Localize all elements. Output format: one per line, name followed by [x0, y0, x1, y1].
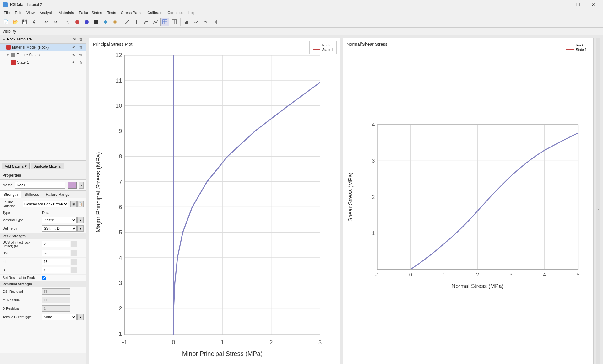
grid-button[interactable]: [160, 18, 169, 26]
failure-states-delete-icon[interactable]: 🗑: [78, 52, 84, 58]
tool-button-7[interactable]: [132, 18, 141, 26]
add-material-button[interactable]: Add Material ▾: [2, 163, 30, 169]
material-visibility-icon[interactable]: 👁: [71, 45, 77, 50]
menu-help[interactable]: Help: [185, 10, 198, 16]
svg-marker-3: [104, 20, 107, 24]
color-picker-button[interactable]: [68, 182, 77, 189]
material-type-btn[interactable]: ▾: [77, 217, 84, 223]
tab-failure-range[interactable]: Failure Range: [42, 191, 73, 198]
failure-criterion-row: Failure Criterion: Generalized Hoek Brow…: [0, 198, 86, 210]
failure-criterion-select[interactable]: Generalized Hoek Brown: [23, 201, 68, 207]
tree-item-failure-states[interactable]: ▼ Failure States 👁 🗑: [0, 51, 86, 59]
restore-button[interactable]: ❐: [571, 0, 585, 9]
d-input[interactable]: [42, 267, 70, 273]
principal-stress-chart: Principal Stress Plot Rock State 1: [89, 38, 340, 364]
chart1-button[interactable]: [182, 18, 191, 26]
menu-materials[interactable]: Materials: [56, 10, 77, 16]
state1-visibility-icon[interactable]: 👁: [71, 60, 77, 65]
svg-text:1: 1: [372, 230, 375, 236]
new-button[interactable]: 📄: [1, 18, 10, 26]
chart2-button[interactable]: [192, 18, 200, 26]
svg-text:2: 2: [119, 305, 122, 312]
tree-visibility-icon[interactable]: 👁: [72, 36, 77, 42]
export-button[interactable]: [210, 18, 219, 26]
mi-btn[interactable]: ⋯: [71, 259, 77, 265]
tensile-cutoff-btn[interactable]: ▾: [77, 314, 84, 320]
print-button[interactable]: 🖨: [30, 18, 38, 26]
tab-strength[interactable]: Strength: [0, 191, 21, 198]
tensile-cutoff-select[interactable]: None: [42, 314, 77, 320]
svg-rect-19: [186, 21, 187, 24]
menu-failure-states[interactable]: Failure States: [76, 10, 105, 16]
tool-button-4[interactable]: [101, 18, 110, 26]
prop-d-residual-label: D Residual: [0, 304, 40, 313]
tool-button-3[interactable]: [92, 18, 100, 26]
failure-criterion-grid-button[interactable]: ⊞: [70, 201, 77, 207]
properties-tabs-bar: Strength Stiffness Failure Range: [0, 191, 86, 198]
ucs-input[interactable]: [42, 241, 70, 247]
table-button[interactable]: [170, 18, 179, 26]
state1-delete-icon[interactable]: 🗑: [78, 60, 84, 65]
material-type-select[interactable]: Plastic: [42, 217, 77, 223]
prop-mi-data: ⋯: [40, 258, 86, 266]
tool-button-8[interactable]: [142, 18, 150, 26]
failure-states-label: Failure States: [16, 53, 70, 57]
svg-marker-4: [113, 20, 117, 24]
table-row: mi Residual: [0, 296, 86, 304]
gsi-btn[interactable]: ⋯: [71, 250, 77, 256]
prop-mi-label: mi: [0, 258, 40, 266]
material-delete-icon[interactable]: 🗑: [78, 45, 84, 50]
menu-tests[interactable]: Tests: [105, 10, 118, 16]
failure-states-visibility-icon[interactable]: 👁: [71, 52, 77, 58]
select-button[interactable]: ↖: [63, 18, 72, 26]
redo-button[interactable]: ↪: [51, 18, 60, 26]
menu-file[interactable]: File: [1, 10, 12, 16]
tab-stiffness[interactable]: Stiffness: [21, 191, 42, 198]
menu-view[interactable]: View: [24, 10, 37, 16]
ucs-btn[interactable]: ⋯: [71, 241, 77, 247]
define-by-select[interactable]: GSI, mi, D: [42, 225, 77, 232]
svg-text:3: 3: [318, 339, 322, 345]
failure-criterion-copy-button[interactable]: 📋: [77, 201, 84, 207]
tree-item-material-model[interactable]: Material Model (Rock) 👁 🗑: [0, 44, 86, 51]
tool-button-2[interactable]: [82, 18, 91, 26]
set-residual-checkbox[interactable]: [42, 276, 46, 280]
close-button[interactable]: ✕: [586, 0, 600, 9]
tree-actions: Add Material ▾ Duplicate Material: [0, 161, 86, 171]
undo-button[interactable]: ↩: [42, 18, 51, 26]
name-input[interactable]: [15, 182, 65, 189]
table-row: D ⋯: [0, 266, 86, 275]
open-button[interactable]: 📂: [11, 18, 19, 26]
tool-button-6[interactable]: [123, 18, 132, 26]
tool-button-1[interactable]: [73, 18, 82, 26]
svg-text:2: 2: [269, 339, 273, 345]
svg-text:Major Principal Stress (MPa): Major Principal Stress (MPa): [95, 152, 102, 232]
prop-d-residual-data: [40, 304, 86, 313]
tool-button-9[interactable]: [151, 18, 160, 26]
separator-2: [62, 18, 62, 26]
duplicate-material-button[interactable]: Duplicate Material: [31, 163, 64, 169]
tool-button-5[interactable]: [111, 18, 119, 26]
right-panel-collapse-handle[interactable]: ›: [596, 38, 600, 364]
chart3-button[interactable]: [201, 18, 210, 26]
mi-input[interactable]: [42, 259, 70, 265]
d-btn[interactable]: ⋯: [71, 267, 77, 273]
menu-calibrate[interactable]: Calibrate: [145, 10, 165, 16]
menu-compute[interactable]: Compute: [165, 10, 185, 16]
menu-stress-paths[interactable]: Stress Paths: [118, 10, 145, 16]
tree-collapse-icon[interactable]: ▼: [3, 38, 6, 41]
tree-item-state-1[interactable]: State 1 👁 🗑: [0, 59, 86, 66]
title-bar: RSData - Tutorial 2 — ❐ ✕: [0, 0, 603, 9]
gsi-input[interactable]: [42, 250, 70, 256]
legend-rock-item: Rock: [313, 43, 333, 47]
save-button[interactable]: 💾: [20, 18, 29, 26]
svg-text:1: 1: [443, 272, 445, 277]
define-by-btn[interactable]: ▾: [77, 225, 84, 232]
menu-edit[interactable]: Edit: [12, 10, 24, 16]
table-row: Define by GSI, mi, D ▾: [0, 224, 86, 233]
properties-panel: Properties Name ▾ Strength Stiffness Fai…: [0, 171, 86, 353]
menu-analysis[interactable]: Analysis: [37, 10, 56, 16]
tree-delete-icon[interactable]: 🗑: [78, 36, 84, 42]
minimize-button[interactable]: —: [556, 0, 570, 9]
color-dropdown-button[interactable]: ▾: [79, 182, 84, 189]
